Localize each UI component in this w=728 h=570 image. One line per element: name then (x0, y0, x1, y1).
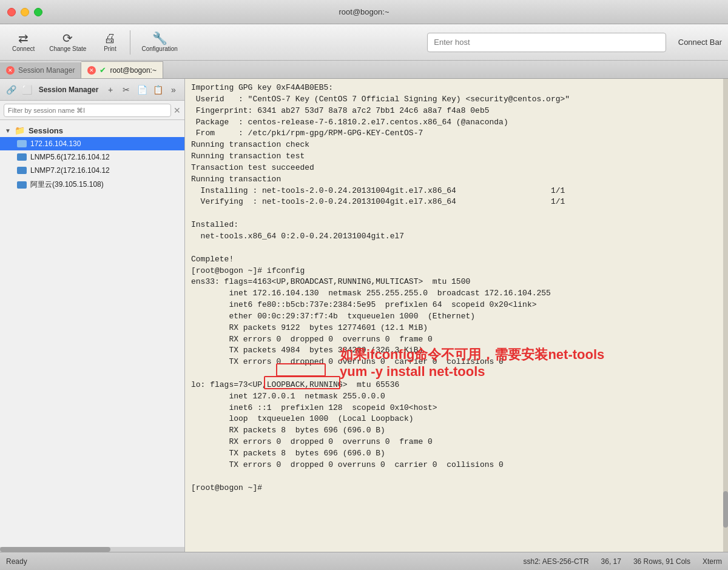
session-item-1[interactable]: LNMP5.6(172.16.104.12 (0, 150, 184, 164)
change-state-icon: ⟳ (62, 32, 73, 44)
configuration-icon: 🔧 (152, 32, 167, 44)
tab-x-icon[interactable]: ✕ (6, 66, 15, 75)
minimize-button[interactable] (21, 8, 29, 16)
configuration-button[interactable]: 🔧 Configuration (135, 30, 183, 55)
session-label-0: 172.16.104.130 (30, 139, 81, 148)
session-item-2[interactable]: LNMP7.2(172.16.104.12 (0, 164, 184, 177)
active-tab-close-icon[interactable]: ✕ (87, 66, 96, 75)
sidebar-toolbar: 🔗 ⬜ Session Manager + ✂ 📄 📋 » (0, 79, 184, 101)
monitor-icon-0 (17, 140, 27, 147)
sidebar-scrollbar-thumb (0, 547, 110, 552)
sidebar-add-icon[interactable]: + (103, 82, 118, 97)
toolbar: ⇄ Connect ⟳ Change State 🖨 Print 🔧 Confi… (0, 24, 728, 61)
session-label-3: 阿里云(39.105.15.108) (30, 179, 104, 190)
monitor-icon-2 (17, 167, 27, 174)
monitor-icon-3 (17, 181, 27, 189)
host-input-container (427, 33, 666, 52)
status-ssh-info: ssh2: AES-256-CTR (524, 557, 589, 566)
toolbar-separator (130, 30, 130, 55)
window-title: root@bogon:~ (339, 7, 389, 16)
sidebar-link-icon[interactable]: 🔗 (4, 82, 18, 97)
sessions-group-label: Sessions (29, 126, 63, 135)
sidebar-title: Session Manager (35, 86, 102, 94)
active-terminal-tab[interactable]: ✕ ✔ root@bogon:~ (81, 61, 163, 78)
title-bar: root@bogon:~ (0, 0, 728, 24)
session-item-3[interactable]: 阿里云(39.105.15.108) (0, 177, 184, 192)
status-bar: Ready ssh2: AES-256-CTR 36, 17 36 Rows, … (0, 552, 728, 570)
sidebar-copy-icon[interactable]: ⬜ (19, 82, 34, 97)
monitor-icon-1 (17, 153, 27, 161)
status-position: 36, 17 (601, 557, 621, 566)
status-dimensions: 36 Rows, 91 Cols (633, 557, 690, 566)
terminal-scrollbar-thumb (723, 491, 728, 528)
connect-label: Connect (12, 45, 35, 52)
sidebar-cut-icon[interactable]: ✂ (119, 82, 133, 97)
terminal-area[interactable]: Importing GPG key 0xF4A4B0EB5: Userid : … (185, 79, 728, 552)
connect-button[interactable]: ⇄ Connect (6, 30, 41, 55)
sidebar-filter: ✕ (0, 101, 184, 120)
connect-bar-label: Connect Bar (678, 38, 722, 47)
folder-icon: 📁 (15, 126, 25, 135)
session-item-0[interactable]: 172.16.104.130 (0, 137, 184, 150)
host-input[interactable] (427, 33, 666, 52)
close-button[interactable] (7, 8, 16, 16)
filter-clear-icon[interactable]: ✕ (174, 106, 181, 115)
session-manager-tab-label: Session Manager (18, 66, 75, 75)
session-label-1: LNMP5.6(172.16.104.12 (30, 153, 110, 161)
change-state-label: Change State (49, 45, 86, 52)
terminal-content[interactable]: Importing GPG key 0xF4A4B0EB5: Userid : … (185, 79, 728, 552)
sidebar-files-icon[interactable]: 📄 (135, 82, 149, 97)
print-label: Print (104, 45, 116, 52)
print-button[interactable]: 🖨 Print (95, 30, 125, 55)
session-manager-tab[interactable]: ✕ Session Manager (0, 62, 81, 78)
sidebar-paste-icon[interactable]: 📋 (150, 82, 165, 97)
tabs-row: ✕ Session Manager ✕ ✔ root@bogon:~ (0, 61, 728, 79)
sessions-group: ▼ 📁 Sessions (0, 124, 184, 137)
configuration-label: Configuration (141, 45, 177, 52)
sessions-group-chevron[interactable]: ▼ (5, 127, 11, 134)
print-icon: 🖨 (104, 32, 116, 44)
terminal-scrollbar[interactable] (723, 79, 728, 552)
maximize-button[interactable] (34, 8, 42, 16)
sidebar: 🔗 ⬜ Session Manager + ✂ 📄 📋 » ✕ ▼ 📁 Sess… (0, 79, 185, 552)
change-state-button[interactable]: ⟳ Change State (43, 30, 92, 55)
main-content: 🔗 ⬜ Session Manager + ✂ 📄 📋 » ✕ ▼ 📁 Sess… (0, 79, 728, 552)
sidebar-scrollbar[interactable] (0, 547, 184, 552)
window-controls[interactable] (7, 8, 42, 16)
sidebar-more-icon[interactable]: » (166, 82, 181, 97)
session-label-2: LNMP7.2(172.16.104.12 (30, 166, 110, 175)
status-info: ssh2: AES-256-CTR 36, 17 36 Rows, 91 Col… (524, 557, 722, 566)
session-filter-input[interactable] (4, 104, 171, 117)
tab-check-icon: ✔ (99, 65, 106, 75)
sessions-tree: ▼ 📁 Sessions 172.16.104.130 LNMP5.6(172.… (0, 120, 184, 547)
status-ready: Ready (6, 557, 27, 566)
connect-icon: ⇄ (18, 32, 29, 44)
status-terminal-type: Xterm (703, 557, 722, 566)
active-tab-label: root@bogon:~ (110, 66, 157, 75)
